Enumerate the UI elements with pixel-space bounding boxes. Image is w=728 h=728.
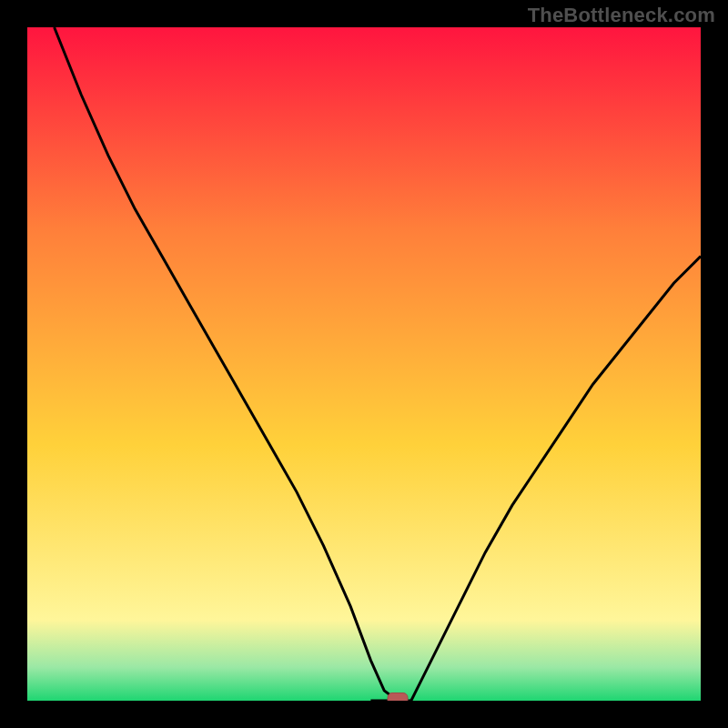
chart-frame: TheBottleneck.com [0,0,728,728]
watermark-label: TheBottleneck.com [528,4,715,27]
minimum-marker [388,693,408,702]
plot-area [27,27,701,701]
gradient-background [27,27,701,701]
chart-svg [27,27,701,701]
